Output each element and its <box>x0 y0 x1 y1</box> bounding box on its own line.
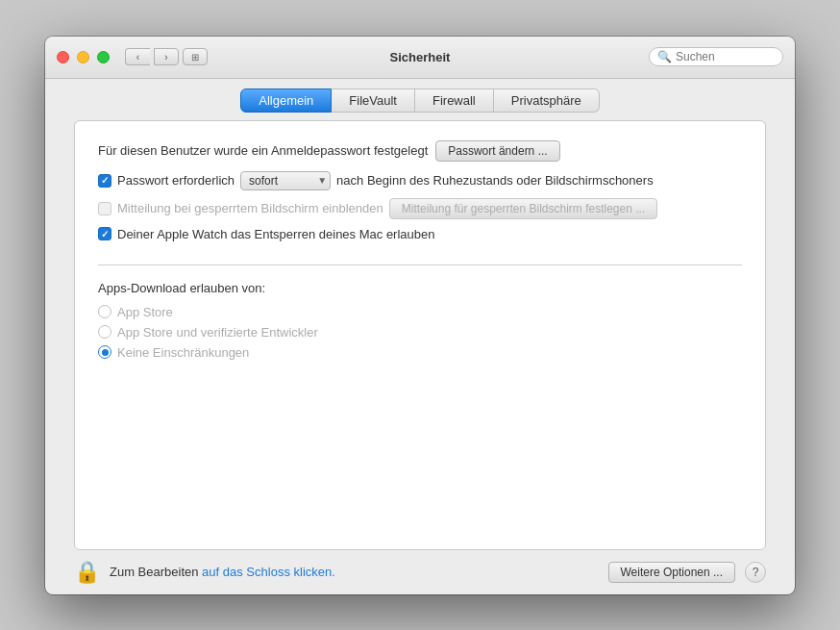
change-password-button[interactable]: Passwort ändern ... <box>435 140 559 162</box>
bottom-bar: 🔒 Zum Bearbeiten auf das Schloss klicken… <box>45 550 795 594</box>
section-divider <box>98 265 742 265</box>
password-required-label-suffix: nach Beginn des Ruhezustands oder Bildsc… <box>336 173 654 188</box>
mitteilung-set-button: Mitteilung für gesperrten Bildschirm fes… <box>389 198 657 219</box>
panel: Für diesen Benutzer wurde ein Anmeldepas… <box>74 120 766 550</box>
radio-appstore-row: App Store <box>98 305 742 319</box>
password-row: Für diesen Benutzer wurde ein Anmeldepas… <box>98 140 742 162</box>
window-title: Sicherheit <box>390 50 451 64</box>
minimize-button[interactable] <box>77 51 89 63</box>
forward-button[interactable]: › <box>154 48 179 65</box>
search-input[interactable] <box>676 50 775 63</box>
lock-text-before: Zum Bearbeiten <box>110 565 202 579</box>
radio-keine-row: Keine Einschränkungen <box>98 345 742 360</box>
tab-privatsphare[interactable]: Privatsphäre <box>494 88 600 113</box>
password-timing-select-wrapper: sofort 5 Minuten 15 Minuten 1 Stunde ▼ <box>240 171 331 190</box>
radio-appstore-dev-label: App Store und verifizierte Entwickler <box>117 325 318 340</box>
apple-watch-label: Deiner Apple Watch das Entsperren deines… <box>117 227 434 241</box>
lock-text-link[interactable]: auf das Schloss klicken. <box>202 565 335 579</box>
password-required-label-prefix: Passwort erforderlich <box>117 173 235 188</box>
grid-button[interactable]: ⊞ <box>183 48 208 65</box>
tab-allgemein[interactable]: Allgemein <box>240 88 332 113</box>
titlebar-nav: ‹ › <box>125 48 179 65</box>
radio-keine-label: Keine Einschränkungen <box>117 345 249 360</box>
apple-watch-row: Deiner Apple Watch das Entsperren deines… <box>98 227 742 241</box>
radio-appstore-label: App Store <box>117 305 173 319</box>
maximize-button[interactable] <box>97 51 110 63</box>
mitteilung-row: Mitteilung bei gesperrtem Bildschirm ein… <box>98 198 742 219</box>
traffic-lights <box>57 51 110 63</box>
radio-appstore[interactable] <box>98 305 111 318</box>
radio-keine[interactable] <box>98 345 111 359</box>
radio-appstore-dev-row: App Store und verifizierte Entwickler <box>98 325 742 340</box>
help-button[interactable]: ? <box>745 562 766 583</box>
radio-appstore-dev[interactable] <box>98 325 111 339</box>
lock-icon: 🔒 <box>74 560 100 585</box>
apple-watch-checkbox[interactable] <box>98 227 111 240</box>
password-row-label: Für diesen Benutzer wurde ein Anmeldepas… <box>98 143 428 158</box>
tab-firewall[interactable]: Firewall <box>415 88 494 113</box>
main-window: ‹ › ⊞ Sicherheit 🔍 Allgemein FileVault F… <box>45 37 795 594</box>
password-required-row: Passwort erforderlich sofort 5 Minuten 1… <box>98 171 742 190</box>
mitteilung-label: Mitteilung bei gesperrtem Bildschirm ein… <box>117 201 383 215</box>
tabs-bar: Allgemein FileVault Firewall Privatsphär… <box>45 79 795 120</box>
tab-filevault[interactable]: FileVault <box>332 88 415 113</box>
close-button[interactable] <box>57 51 69 63</box>
titlebar: ‹ › ⊞ Sicherheit 🔍 <box>45 37 795 79</box>
mitteilung-checkbox[interactable] <box>98 202 111 215</box>
back-button[interactable]: ‹ <box>125 48 150 65</box>
password-timing-select[interactable]: sofort 5 Minuten 15 Minuten 1 Stunde <box>240 171 331 190</box>
content-area: Für diesen Benutzer wurde ein Anmeldepas… <box>45 120 795 550</box>
apps-section-title: Apps-Download erlauben von: <box>98 281 742 295</box>
search-icon: 🔍 <box>657 50 672 63</box>
search-bar[interactable]: 🔍 <box>649 47 783 66</box>
password-required-checkbox[interactable] <box>98 174 111 188</box>
weitere-optionen-button[interactable]: Weitere Optionen ... <box>608 562 736 583</box>
lock-text: Zum Bearbeiten auf das Schloss klicken. <box>110 565 335 579</box>
